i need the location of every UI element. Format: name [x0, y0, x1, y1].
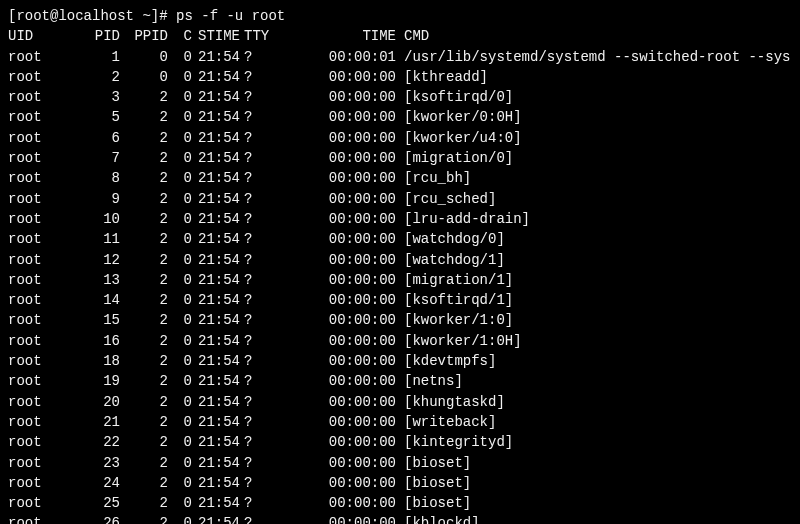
cell-tty: ? [240, 229, 276, 249]
cell-cmd: [kblockd] [396, 513, 480, 524]
cell-pid: 6 [64, 128, 120, 148]
cell-tty: ? [240, 493, 276, 513]
cell-uid: root [8, 148, 64, 168]
cell-cmd: [migration/0] [396, 148, 513, 168]
cell-pid: 5 [64, 107, 120, 127]
cell-tty: ? [240, 331, 276, 351]
cell-time: 00:00:00 [276, 270, 396, 290]
cell-ppid: 2 [120, 250, 168, 270]
cell-cmd: /usr/lib/systemd/systemd --switched-root… [396, 47, 790, 67]
cell-stime: 21:54 [192, 87, 240, 107]
cell-tty: ? [240, 148, 276, 168]
cell-c: 0 [168, 371, 192, 391]
cell-c: 0 [168, 331, 192, 351]
cell-cmd: [rcu_bh] [396, 168, 471, 188]
cell-ppid: 2 [120, 513, 168, 524]
ps-row: root72021:54?00:00:00[migration/0] [8, 148, 792, 168]
cell-pid: 2 [64, 67, 120, 87]
col-header-ppid: PPID [120, 26, 168, 46]
cell-stime: 21:54 [192, 270, 240, 290]
cell-time: 00:00:00 [276, 209, 396, 229]
cell-stime: 21:54 [192, 310, 240, 330]
cell-stime: 21:54 [192, 189, 240, 209]
cell-stime: 21:54 [192, 168, 240, 188]
cell-cmd: [ksoftirqd/1] [396, 290, 513, 310]
cell-pid: 16 [64, 331, 120, 351]
cell-uid: root [8, 392, 64, 412]
cell-uid: root [8, 128, 64, 148]
cell-uid: root [8, 371, 64, 391]
col-header-tty: TTY [240, 26, 276, 46]
cell-c: 0 [168, 189, 192, 209]
cell-c: 0 [168, 87, 192, 107]
cell-cmd: [khungtaskd] [396, 392, 505, 412]
cell-time: 00:00:00 [276, 453, 396, 473]
cell-uid: root [8, 209, 64, 229]
cell-time: 00:00:00 [276, 412, 396, 432]
cell-tty: ? [240, 351, 276, 371]
ps-row: root262021:54?00:00:00[kblockd] [8, 513, 792, 524]
cell-cmd: [netns] [396, 371, 463, 391]
cell-c: 0 [168, 290, 192, 310]
ps-rows-container: root10021:54?00:00:01/usr/lib/systemd/sy… [8, 47, 792, 524]
cell-time: 00:00:00 [276, 290, 396, 310]
cell-cmd: [bioset] [396, 453, 471, 473]
cell-pid: 25 [64, 493, 120, 513]
cell-c: 0 [168, 310, 192, 330]
cell-uid: root [8, 290, 64, 310]
cell-ppid: 2 [120, 168, 168, 188]
cell-time: 00:00:00 [276, 513, 396, 524]
col-header-stime: STIME [192, 26, 240, 46]
cell-tty: ? [240, 290, 276, 310]
cell-time: 00:00:00 [276, 432, 396, 452]
cell-cmd: [kworker/0:0H] [396, 107, 522, 127]
cell-tty: ? [240, 47, 276, 67]
cell-c: 0 [168, 229, 192, 249]
ps-row: root162021:54?00:00:00[kworker/1:0H] [8, 331, 792, 351]
cell-stime: 21:54 [192, 128, 240, 148]
cell-uid: root [8, 270, 64, 290]
cell-c: 0 [168, 432, 192, 452]
cell-ppid: 2 [120, 432, 168, 452]
cell-time: 00:00:00 [276, 67, 396, 87]
cell-ppid: 2 [120, 473, 168, 493]
cell-stime: 21:54 [192, 513, 240, 524]
cell-tty: ? [240, 392, 276, 412]
col-header-cmd: CMD [396, 26, 429, 46]
cell-cmd: [watchdog/0] [396, 229, 505, 249]
ps-row: root252021:54?00:00:00[bioset] [8, 493, 792, 513]
cell-cmd: [kworker/1:0H] [396, 331, 522, 351]
cell-tty: ? [240, 412, 276, 432]
cell-tty: ? [240, 67, 276, 87]
cell-uid: root [8, 432, 64, 452]
cell-tty: ? [240, 310, 276, 330]
cell-uid: root [8, 250, 64, 270]
cell-stime: 21:54 [192, 250, 240, 270]
cell-pid: 12 [64, 250, 120, 270]
cell-stime: 21:54 [192, 371, 240, 391]
prompt-user-host: [root@localhost ~]# [8, 8, 168, 24]
cell-c: 0 [168, 47, 192, 67]
ps-row: root122021:54?00:00:00[watchdog/1] [8, 250, 792, 270]
cell-cmd: [ksoftirqd/0] [396, 87, 513, 107]
cell-cmd: [rcu_sched] [396, 189, 496, 209]
cell-c: 0 [168, 168, 192, 188]
cell-stime: 21:54 [192, 148, 240, 168]
cell-tty: ? [240, 189, 276, 209]
cell-ppid: 2 [120, 412, 168, 432]
ps-row: root232021:54?00:00:00[bioset] [8, 453, 792, 473]
cell-time: 00:00:00 [276, 87, 396, 107]
ps-row: root192021:54?00:00:00[netns] [8, 371, 792, 391]
cell-time: 00:00:00 [276, 392, 396, 412]
col-header-uid: UID [8, 26, 64, 46]
cell-uid: root [8, 107, 64, 127]
cell-c: 0 [168, 392, 192, 412]
prompt-line: [root@localhost ~]# ps -f -u root [8, 6, 792, 26]
cell-ppid: 2 [120, 189, 168, 209]
terminal-output[interactable]: [root@localhost ~]# ps -f -u root UID PI… [0, 0, 800, 524]
cell-time: 00:00:00 [276, 250, 396, 270]
cell-c: 0 [168, 148, 192, 168]
cell-stime: 21:54 [192, 67, 240, 87]
cell-ppid: 0 [120, 47, 168, 67]
ps-row: root82021:54?00:00:00[rcu_bh] [8, 168, 792, 188]
